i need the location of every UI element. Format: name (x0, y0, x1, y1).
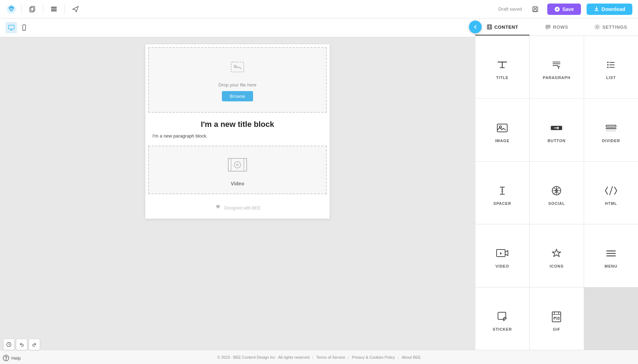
footer-sep-2: | (348, 355, 349, 359)
svg-rect-6 (30, 7, 34, 12)
tab-settings[interactable]: SETTINGS (584, 18, 638, 35)
canvas-area: Drop your file here Browse I'm a new tit… (0, 18, 475, 350)
panel-tabs: CONTENT ROWS SETTINGS (475, 18, 638, 36)
redo-button[interactable] (29, 339, 40, 350)
image-upload-block: Drop your file here Browse (148, 47, 327, 113)
svg-rect-11 (533, 7, 538, 12)
content-item-spacer[interactable]: SPACER (475, 162, 529, 224)
mobile-view-button[interactable] (18, 22, 30, 33)
pages-button[interactable] (47, 3, 60, 16)
svg-rect-12 (534, 10, 537, 11)
privacy-link[interactable]: Privacy & Cookies Policy (352, 355, 395, 359)
spacer-item-label: SPACER (493, 201, 511, 206)
svg-point-34 (607, 62, 609, 63)
gif-item-label: GIF (553, 327, 560, 331)
svg-rect-31 (546, 27, 550, 28)
terms-link[interactable]: Terms of Service (316, 355, 345, 359)
video-play-icon (228, 157, 247, 177)
content-item-video[interactable]: VIDEO (475, 224, 529, 287)
browse-button[interactable]: Browse (222, 91, 253, 101)
title-block: I'm a new title block (145, 116, 330, 132)
undo-button[interactable] (16, 339, 27, 350)
html-icon (603, 183, 619, 198)
toolbar-separator-3 (65, 4, 65, 14)
content-item-html[interactable]: HTML (584, 162, 638, 224)
tab-content[interactable]: CONTENT (475, 18, 530, 35)
content-items-grid: TITLE PARAGRAPH (475, 36, 638, 350)
save-button[interactable]: Save (547, 4, 581, 15)
video-icon (494, 246, 510, 261)
tab-content-label: CONTENT (494, 24, 518, 30)
menu-icon (603, 246, 619, 261)
desktop-view-button[interactable] (6, 22, 17, 33)
social-icon (549, 183, 564, 198)
divider-icon (603, 120, 619, 136)
html-item-label: HTML (605, 201, 617, 206)
svg-rect-20 (244, 158, 247, 171)
menu-item-label: MENU (605, 264, 617, 268)
svg-point-5 (12, 8, 13, 9)
paragraph-item-label: PARAGRAPH (543, 75, 570, 80)
toolbar-separator-1 (21, 4, 22, 14)
content-item-title[interactable]: TITLE (475, 36, 529, 98)
help-button[interactable]: Help (3, 355, 21, 361)
content-item-icons[interactable]: ICONS (530, 224, 583, 287)
content-item-list[interactable]: LIST (584, 36, 638, 98)
svg-rect-37 (497, 124, 507, 132)
content-item-button[interactable]: BUTTON (530, 99, 583, 161)
tab-settings-label: SETTINGS (602, 24, 627, 30)
history-toolbar (4, 339, 40, 350)
title-text: I'm a new title block (152, 120, 323, 129)
svg-rect-28 (488, 27, 489, 28)
panel-toggle-button[interactable] (469, 21, 482, 33)
svg-rect-27 (490, 26, 491, 27)
about-link[interactable]: About BEE (402, 355, 421, 359)
download-label: Download (601, 6, 625, 12)
bee-footer-text: Designed with BEE (224, 206, 261, 211)
svg-rect-32 (546, 29, 548, 29)
list-item-label: LIST (606, 75, 616, 80)
image-upload-icon (229, 58, 246, 79)
paragraph-block: I'm a new paragraph block. (145, 132, 330, 143)
send-button[interactable] (69, 3, 82, 16)
title-icon (494, 57, 510, 73)
content-item-gif[interactable]: GIF (530, 287, 583, 350)
draft-status: Draft saved (498, 6, 522, 12)
content-item-sticker[interactable]: STICKER (475, 287, 529, 350)
content-item-image[interactable]: IMAGE (475, 99, 529, 161)
page-footer: © 2023 · BEE Content Design Inc · All ri… (0, 350, 638, 364)
upload-drop-text: Drop your file here (219, 82, 257, 88)
content-item-menu[interactable]: MENU (584, 224, 638, 287)
main-content: Drop your file here Browse I'm a new tit… (0, 18, 638, 350)
spacer-icon (494, 183, 510, 198)
content-item-social[interactable]: SOCIAL (530, 162, 583, 224)
content-item-divider[interactable]: DIVIDER (584, 99, 638, 161)
gif-icon (549, 309, 564, 324)
paragraph-icon (549, 57, 564, 73)
svg-rect-13 (9, 25, 14, 29)
tab-rows-label: ROWS (553, 24, 568, 30)
svg-rect-9 (51, 9, 57, 10)
sticker-item-label: STICKER (493, 327, 512, 331)
title-item-label: TITLE (496, 75, 509, 80)
svg-point-17 (234, 65, 236, 67)
footer-sep-1: | (312, 355, 313, 359)
social-item-label: SOCIAL (548, 201, 565, 206)
svg-rect-8 (51, 7, 57, 8)
history-button[interactable] (4, 339, 14, 350)
save-icon-button[interactable] (529, 3, 542, 16)
paragraph-text: I'm a new paragraph block. (152, 133, 323, 139)
duplicate-button[interactable] (26, 3, 39, 16)
svg-point-35 (607, 64, 609, 66)
download-button[interactable]: Download (587, 4, 632, 15)
list-icon (603, 57, 619, 73)
tab-rows[interactable]: ROWS (530, 18, 584, 35)
svg-point-33 (597, 26, 598, 28)
button-item-label: BUTTON (548, 139, 566, 143)
help-label: Help (11, 355, 21, 361)
image-item-label: IMAGE (495, 139, 509, 143)
content-item-paragraph[interactable]: PARAGRAPH (530, 36, 583, 98)
app-logo (6, 4, 17, 15)
bee-footer: Designed with BEE (145, 197, 330, 219)
sticker-icon (494, 309, 510, 324)
